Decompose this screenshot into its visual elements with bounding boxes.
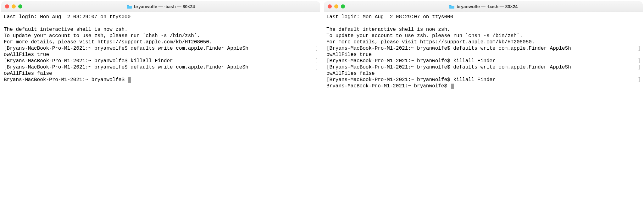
- terminal-line: owAllFiles false: [4, 70, 318, 77]
- terminal-line: owAllFiles true: [326, 52, 641, 58]
- terminal-line: [Bryans-MacBook-Pro-M1-2021:~ bryanwolfe…: [4, 58, 318, 64]
- bracket-open: [: [326, 45, 330, 52]
- window-title: bryanwolfe — -bash — 80×24: [457, 4, 518, 9]
- terminal-body-right[interactable]: Last login: Mon Aug 2 08:29:07 on ttys00…: [324, 12, 643, 91]
- bracket-open: [: [4, 45, 7, 52]
- terminal-line: [Bryans-MacBook-Pro-M1-2021:~ bryanwolfe…: [4, 45, 318, 52]
- terminal-prompt-line[interactable]: Bryans-MacBook-Pro-M1-2021:~ bryanwolfe$: [4, 77, 318, 83]
- terminal-line-text: Bryans-MacBook-Pro-M1-2021:~ bryanwolfe$…: [330, 77, 638, 83]
- terminal-line: owAllFiles false: [326, 70, 641, 77]
- terminal-line-text: Bryans-MacBook-Pro-M1-2021:~ bryanwolfe$…: [7, 58, 315, 64]
- terminal-line-text: Bryans-MacBook-Pro-M1-2021:~ bryanwolfe$…: [7, 45, 315, 52]
- terminal-prompt-line[interactable]: Bryans-MacBook-Pro-M1-2021:~ bryanwolfe$: [326, 83, 641, 89]
- zoom-button[interactable]: [18, 4, 22, 8]
- bracket-open: [: [326, 64, 330, 70]
- terminal-line: [Bryans-MacBook-Pro-M1-2021:~ bryanwolfe…: [326, 58, 641, 64]
- title-bar[interactable]: bryanwolfe — -bash — 80×24: [1, 1, 320, 12]
- terminal-line-text: Bryans-MacBook-Pro-M1-2021:~ bryanwolfe$…: [330, 45, 638, 52]
- title-center: bryanwolfe — -bash — 80×24: [1, 4, 320, 9]
- terminal-prompt-text: Bryans-MacBook-Pro-M1-2021:~ bryanwolfe$: [4, 77, 128, 83]
- terminal-line: For more details, please visit https://s…: [326, 39, 641, 45]
- terminal-line: To update your account to use zsh, pleas…: [4, 33, 318, 39]
- terminal-window-right: bryanwolfe — -bash — 80×24 Last login: M…: [324, 1, 643, 91]
- terminal-line: Last login: Mon Aug 2 08:29:07 on ttys00…: [4, 14, 318, 20]
- cursor-icon: [451, 84, 454, 89]
- terminal-line: [Bryans-MacBook-Pro-M1-2021:~ bryanwolfe…: [326, 45, 641, 52]
- folder-icon: [449, 4, 455, 9]
- title-center: bryanwolfe — -bash — 80×24: [324, 4, 643, 9]
- zoom-button[interactable]: [341, 4, 345, 8]
- terminal-blank-line: [4, 20, 318, 26]
- bracket-open: [: [4, 64, 7, 70]
- terminal-blank-line: [326, 20, 641, 26]
- terminal-line: Last login: Mon Aug 2 08:29:07 on ttys00…: [326, 14, 641, 20]
- terminal-line-text: Bryans-MacBook-Pro-M1-2021:~ bryanwolfe$…: [330, 58, 638, 64]
- bracket-open: [: [326, 58, 330, 64]
- cursor-icon: [128, 77, 131, 83]
- terminal-line: The default interactive shell is now zsh…: [4, 26, 318, 33]
- close-button[interactable]: [328, 4, 332, 8]
- traffic-lights: [5, 4, 22, 8]
- terminal-line-text: Bryans-MacBook-Pro-M1-2021:~ bryanwolfe$…: [7, 64, 315, 70]
- bracket-open: [: [4, 58, 7, 64]
- folder-icon: [126, 4, 132, 9]
- bracket-open: [: [326, 77, 330, 83]
- terminal-prompt-text: Bryans-MacBook-Pro-M1-2021:~ bryanwolfe$: [326, 83, 450, 89]
- terminal-line: For more details, please visit https://s…: [4, 39, 318, 45]
- terminal-line: The default interactive shell is now zsh…: [326, 26, 641, 33]
- terminal-line: [Bryans-MacBook-Pro-M1-2021:~ bryanwolfe…: [326, 77, 641, 83]
- terminal-line-text: Bryans-MacBook-Pro-M1-2021:~ bryanwolfe$…: [330, 64, 638, 70]
- close-button[interactable]: [5, 4, 9, 8]
- terminal-line: To update your account to use zsh, pleas…: [326, 33, 641, 39]
- title-bar[interactable]: bryanwolfe — -bash — 80×24: [324, 1, 643, 12]
- terminal-window-left: bryanwolfe — -bash — 80×24 Last login: M…: [1, 1, 320, 91]
- minimize-button[interactable]: [334, 4, 338, 8]
- window-title: bryanwolfe — -bash — 80×24: [134, 4, 195, 9]
- terminal-body-left[interactable]: Last login: Mon Aug 2 08:29:07 on ttys00…: [1, 12, 320, 91]
- traffic-lights: [328, 4, 345, 8]
- terminal-line: [Bryans-MacBook-Pro-M1-2021:~ bryanwolfe…: [326, 64, 641, 70]
- terminal-line: [Bryans-MacBook-Pro-M1-2021:~ bryanwolfe…: [4, 64, 318, 70]
- minimize-button[interactable]: [12, 4, 16, 8]
- terminal-line: owAllFiles true: [4, 52, 318, 58]
